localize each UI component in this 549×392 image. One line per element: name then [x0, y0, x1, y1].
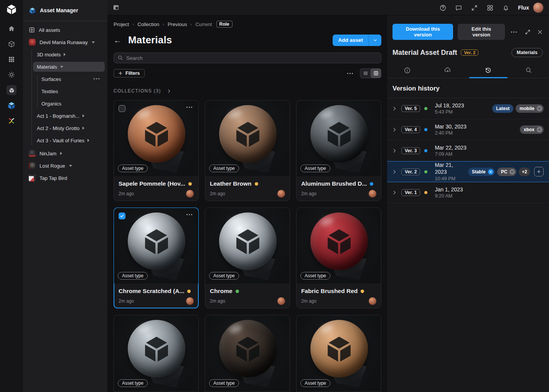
more-icon[interactable]: [509, 30, 518, 34]
avatar[interactable]: [533, 2, 544, 13]
panel-toggle-icon[interactable]: [113, 4, 120, 11]
asset-card-chrome[interactable]: Asset type Chrome 2m ago: [205, 208, 290, 308]
asset-card-sapele-pommele[interactable]: Asset type Sapele Pommele (Hov... 2m ago: [114, 100, 199, 201]
asset-title: Chrome: [210, 288, 232, 295]
asset-card-chrome-scratched[interactable]: Asset type Chrome Scratched (A... 2m ago: [114, 208, 199, 308]
asset-updated-time: 2m ago: [119, 191, 134, 196]
asset-thumbnail: Asset type: [205, 100, 290, 176]
remove-tag-icon[interactable]: [488, 169, 493, 175]
feedback-icon[interactable]: [455, 4, 462, 11]
close-icon[interactable]: [537, 29, 543, 35]
add-tag-button[interactable]: [534, 167, 544, 176]
asset-title: Chrome Scratched (A...: [119, 288, 184, 295]
version-number-badge: Ver. 4: [401, 126, 420, 133]
sidebar-item-surfaces[interactable]: Surfaces •••: [23, 74, 107, 84]
remove-tag-icon[interactable]: [537, 127, 542, 132]
sidebar-item-act3[interactable]: Act 3 - Vault of Furies: [33, 135, 105, 145]
asset-card-aluminum-brushed[interactable]: Asset type Aluminum Brushed D... 2m ago: [296, 100, 381, 201]
filters-button[interactable]: Filters: [114, 69, 145, 77]
asset-thumbnail: Asset type: [297, 315, 381, 391]
add-asset-dropdown[interactable]: [368, 35, 381, 46]
version-row-4[interactable]: Ver. 4 Mar 30, 2023 2:40 PM xbox: [387, 119, 549, 140]
sidebar-item-act1[interactable]: Act 1 - Bogmarsh...: [33, 111, 105, 121]
sidebar-item-materials[interactable]: Materials: [33, 62, 105, 72]
version-date: Mar 30, 2023: [435, 123, 467, 130]
fullscreen-icon[interactable]: [471, 4, 478, 11]
download-version-button[interactable]: Download this version: [392, 24, 453, 40]
version-number-badge: Ver. 2: [401, 168, 420, 175]
asset-card[interactable]: Asset type: [205, 315, 290, 392]
asset-card-leather-brown[interactable]: Asset type Leather Brown 2m ago: [205, 100, 290, 201]
search-input[interactable]: [114, 53, 381, 63]
home-icon[interactable]: [6, 24, 17, 34]
more-icon[interactable]: [185, 212, 194, 217]
remove-tag-icon[interactable]: [537, 106, 542, 111]
asset-manager-icon[interactable]: [6, 100, 17, 110]
unity-logo-icon: [0, 0, 23, 18]
sidebar-project-ninjam[interactable]: NinJam: [23, 148, 107, 158]
chevron-right-icon[interactable]: [392, 127, 397, 132]
collections-header[interactable]: COLLECTIONS (3): [114, 88, 381, 94]
category-badge: Materials: [511, 48, 543, 57]
version-row-3[interactable]: Ver. 3 Mar 22, 2023 7:09 AM: [387, 140, 549, 161]
expand-panel-icon[interactable]: [525, 29, 531, 35]
sidebar-project-tap-tap-bird[interactable]: Tap Tap Bird: [23, 173, 107, 183]
tab-downloads[interactable]: [428, 63, 468, 78]
asset-card-fabric-brushed-red[interactable]: Asset type Fabric Brushed Red 2m ago: [296, 208, 381, 308]
role-badge: Role: [216, 21, 232, 28]
asset-type-badge: Asset type: [300, 272, 330, 280]
sidebar-item-all-assets[interactable]: All assets: [23, 25, 107, 35]
asset-card[interactable]: Asset type: [114, 315, 199, 392]
tree-item-label: Act 2 - Misty Grotto: [37, 125, 79, 131]
user-menu[interactable]: Flux: [518, 2, 544, 13]
sidebar-item-act2[interactable]: Act 2 - Misty Grotto: [33, 123, 105, 133]
unity-cloud-icon[interactable]: [6, 116, 17, 126]
breadcrumb-item[interactable]: Previous: [168, 21, 187, 27]
sidebar-item-3d-models[interactable]: 3D models: [33, 49, 105, 59]
asset-checkbox-checked[interactable]: [119, 212, 125, 219]
tab-search[interactable]: [509, 63, 549, 78]
tab-info[interactable]: [387, 63, 428, 78]
chevron-right-icon[interactable]: [392, 169, 397, 175]
back-button[interactable]: ←: [114, 36, 121, 44]
sidebar-item-textiles[interactable]: Textiles: [23, 86, 107, 96]
sidebar-item-organics[interactable]: Organics: [23, 99, 107, 109]
asset-checkbox[interactable]: [119, 105, 125, 112]
remove-tag-icon[interactable]: [509, 169, 515, 175]
chevron-right-icon[interactable]: [392, 106, 397, 111]
tag-overflow-count[interactable]: +2: [519, 168, 530, 176]
version-row-5[interactable]: Ver. 5 Jul 18, 2023 5:43 PM Latest mobil…: [387, 98, 549, 119]
asset-thumbnail: Asset type: [297, 208, 381, 283]
grid-view-button[interactable]: [371, 69, 381, 78]
version-row-2-selected[interactable]: Ver. 2 Mar 21, 2023 10:49 PM Stable PC: [387, 161, 549, 182]
apps-icon[interactable]: [486, 4, 493, 11]
breadcrumb-item[interactable]: Project: [114, 21, 129, 27]
gear-icon[interactable]: [6, 70, 17, 80]
edit-version-button[interactable]: Edit this version: [458, 24, 505, 40]
chevron-right-icon[interactable]: [392, 148, 397, 153]
sidebar-project-lost-rogue[interactable]: Lost Rogue: [23, 161, 107, 171]
breadcrumb-item[interactable]: Collection: [137, 21, 159, 27]
more-icon[interactable]: [185, 105, 194, 109]
add-asset-button[interactable]: Add asset: [333, 35, 381, 46]
asset-type-badge: Asset type: [209, 379, 239, 387]
chevron-right-icon[interactable]: [167, 89, 171, 94]
chevron-down-icon: [60, 66, 63, 68]
notifications-icon[interactable]: [502, 4, 509, 11]
chevron-right-icon[interactable]: [392, 190, 397, 195]
tab-version-history[interactable]: [468, 63, 509, 78]
asset-card[interactable]: Asset type: [296, 315, 381, 392]
status-dot: [236, 290, 239, 293]
asset-type-badge: Asset type: [209, 165, 239, 172]
more-icon[interactable]: [346, 71, 354, 76]
asset-thumbnail: Asset type: [205, 208, 290, 283]
cube-icon[interactable]: [6, 39, 17, 49]
add-asset-label[interactable]: Add asset: [333, 35, 368, 46]
more-icon[interactable]: •••: [93, 76, 101, 82]
version-row-1[interactable]: Ver. 1 Jan 1, 2023 9:20 AM: [387, 182, 549, 203]
help-icon[interactable]: [439, 4, 446, 11]
list-view-button[interactable]: [360, 69, 371, 78]
sidebar-project-devil-mania[interactable]: Devil Mania Runaway: [23, 37, 107, 47]
grid-icon[interactable]: [6, 54, 17, 64]
unity-hub-icon[interactable]: [7, 85, 16, 95]
